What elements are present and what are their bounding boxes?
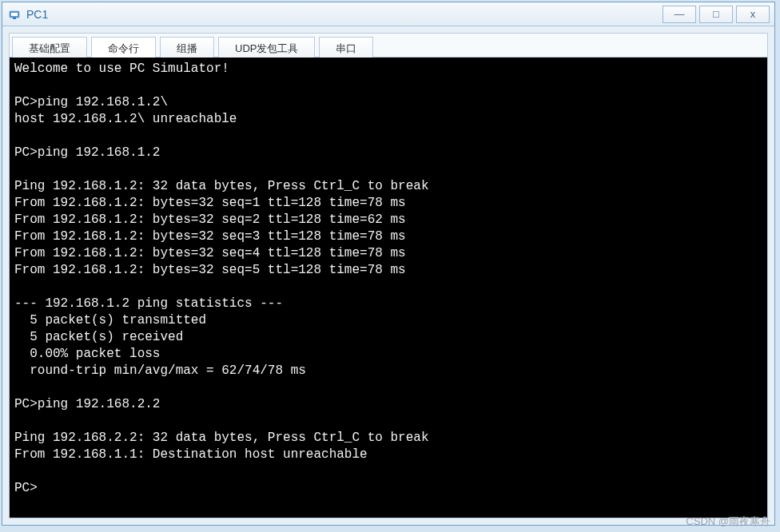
maximize-button[interactable]: □ (699, 6, 733, 23)
window-title: PC1 (26, 8, 659, 21)
titlebar: PC1 — □ x (2, 2, 774, 26)
watermark: CSDN @雨夜寒舟 (686, 514, 770, 529)
svg-rect-2 (13, 18, 16, 19)
tab-multicast[interactable]: 组播 (160, 37, 214, 58)
app-window: PC1 — □ x 基础配置 命令行 组播 UDP发包工具 串口 Welcome… (2, 2, 775, 526)
tab-serial[interactable]: 串口 (319, 37, 373, 58)
minimize-button[interactable]: — (663, 6, 696, 23)
app-icon (7, 7, 22, 22)
close-button[interactable]: x (736, 6, 770, 23)
window-controls: — □ x (659, 6, 770, 23)
terminal-output[interactable]: Welcome to use PC Simulator! PC>ping 192… (10, 58, 767, 518)
tabstrip: 基础配置 命令行 组播 UDP发包工具 串口 (10, 34, 767, 58)
svg-rect-1 (11, 13, 18, 16)
tab-basic-config[interactable]: 基础配置 (12, 37, 87, 58)
content-area: 基础配置 命令行 组播 UDP发包工具 串口 Welcome to use PC… (9, 33, 768, 518)
tab-command-line[interactable]: 命令行 (91, 37, 156, 58)
tab-udp-tool[interactable]: UDP发包工具 (218, 37, 315, 58)
